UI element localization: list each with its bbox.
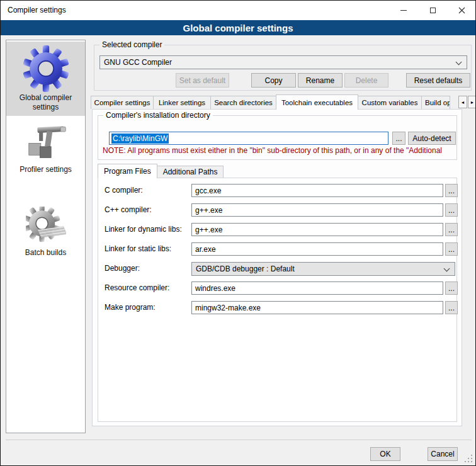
minimize-icon — [400, 10, 407, 11]
footer-divider — [6, 440, 472, 440]
tab-linker-settings[interactable]: Linker settings — [153, 96, 211, 109]
compiler-settings-dialog: Compiler settings Global compiler settin… — [0, 0, 476, 466]
set-as-default-button[interactable]: Set as default — [176, 73, 229, 88]
program-files-page: C compiler: gcc.exe ... C++ compiler: g+… — [98, 178, 457, 422]
ok-button[interactable]: OK — [370, 447, 400, 461]
group-label: Selected compiler — [99, 40, 164, 49]
batch-builds-icon — [26, 207, 66, 247]
sidebar-item-profiler-settings[interactable]: Profiler settings — [6, 121, 85, 184]
close-icon — [458, 7, 465, 14]
compiler-select-value: GNU GCC Compiler — [104, 58, 172, 67]
subtab-additional-paths[interactable]: Additional Paths — [157, 166, 224, 178]
title-bar: Compiler settings — [1, 1, 475, 20]
tab-scroll-right-button[interactable]: ► — [468, 96, 476, 108]
sidebar-item-global-compiler-settings[interactable]: Global compiler settings — [6, 42, 85, 116]
sidebar: Global compiler settings — [6, 40, 86, 433]
debugger-select-value: GDB/CDB debugger : Default — [196, 264, 295, 273]
browse-resource-compiler-button[interactable]: ... — [445, 281, 458, 295]
resource-compiler-input[interactable]: windres.exe — [191, 281, 443, 295]
field-label: Make program: — [105, 301, 156, 314]
compiler-select[interactable]: GNU GCC Compiler — [99, 55, 467, 69]
tab-scroll-left-button[interactable]: ◄ — [458, 96, 467, 108]
auto-detect-button[interactable]: Auto-detect — [408, 132, 456, 145]
maximize-button[interactable] — [418, 1, 447, 20]
browse-dynamic-linker-button[interactable]: ... — [445, 223, 458, 236]
rename-button[interactable]: Rename — [298, 73, 343, 88]
installation-directory-input[interactable]: C:\raylib\MinGW — [109, 132, 388, 145]
arrow-right-icon: ► — [470, 100, 475, 105]
browse-c-compiler-button[interactable]: ... — [445, 184, 458, 197]
tab-search-directories[interactable]: Search directories — [210, 96, 276, 109]
subtab-program-files[interactable]: Program Files — [98, 164, 157, 178]
field-label: Debugger: — [105, 262, 140, 275]
tab-toolchain-executables[interactable]: Toolchain executables — [276, 94, 358, 110]
dynamic-linker-input[interactable]: g++.exe — [191, 223, 443, 236]
make-program-input[interactable]: mingw32-make.exe — [191, 301, 443, 314]
field-label: C++ compiler: — [105, 203, 152, 217]
toolchain-executables-page: Compiler's installation directory C:\ray… — [92, 109, 462, 426]
sidebar-item-batch-builds[interactable]: Batch builds — [6, 207, 85, 267]
field-label: C compiler: — [105, 184, 143, 197]
sidebar-item-label: Global compiler settings — [6, 92, 85, 116]
maximize-icon — [430, 8, 436, 13]
c-compiler-input[interactable]: gcc.exe — [191, 184, 443, 197]
static-linker-input[interactable]: ar.exe — [191, 242, 443, 256]
dialog-header: Global compiler settings — [1, 20, 475, 35]
profiler-caliper-icon — [25, 121, 67, 164]
delete-button[interactable]: Delete — [344, 73, 388, 88]
sidebar-item-label: Batch builds — [6, 247, 85, 261]
installation-directory-group: Compiler's installation directory C:\ray… — [98, 115, 457, 160]
minimize-button[interactable] — [389, 1, 418, 20]
tab-compiler-settings[interactable]: Compiler settings — [91, 96, 154, 109]
browse-directory-button[interactable]: ... — [392, 132, 405, 145]
field-label: Linker for dynamic libs: — [105, 223, 182, 236]
window-title: Compiler settings — [8, 1, 66, 20]
cancel-button[interactable]: Cancel — [428, 447, 458, 461]
field-label: Resource compiler: — [105, 281, 169, 295]
browse-cpp-compiler-button[interactable]: ... — [445, 203, 458, 217]
tab-build-options[interactable]: Build options — [421, 96, 450, 109]
gear-icon — [23, 45, 69, 92]
arrow-left-icon: ◄ — [461, 100, 465, 105]
copy-button[interactable]: Copy — [251, 73, 296, 88]
close-button[interactable] — [447, 1, 476, 20]
debugger-select[interactable]: GDB/CDB debugger : Default — [191, 262, 455, 276]
sidebar-item-label: Profiler settings — [6, 164, 85, 178]
note-text: NOTE: All programs must exist either in … — [103, 146, 451, 156]
tab-custom-variables[interactable]: Custom variables — [358, 96, 422, 109]
chevron-down-icon — [456, 59, 462, 65]
browse-make-program-button[interactable]: ... — [445, 301, 458, 314]
settings-tabstrip: Compiler settings Linker settings Search… — [91, 94, 458, 110]
browse-static-linker-button[interactable]: ... — [445, 242, 458, 256]
selected-compiler-group: Selected compiler GNU GCC Compiler Set a… — [94, 45, 472, 91]
selected-text: C:\raylib\MinGW — [111, 134, 169, 144]
resize-grip[interactable] — [471, 461, 472, 462]
group-label: Compiler's installation directory — [103, 111, 213, 120]
chevron-down-icon — [444, 266, 450, 272]
reset-defaults-button[interactable]: Reset defaults — [406, 73, 470, 88]
program-subtabs: Program Files Additional Paths — [98, 164, 224, 178]
cpp-compiler-input[interactable]: g++.exe — [191, 203, 443, 217]
field-label: Linker for static libs: — [105, 242, 171, 256]
